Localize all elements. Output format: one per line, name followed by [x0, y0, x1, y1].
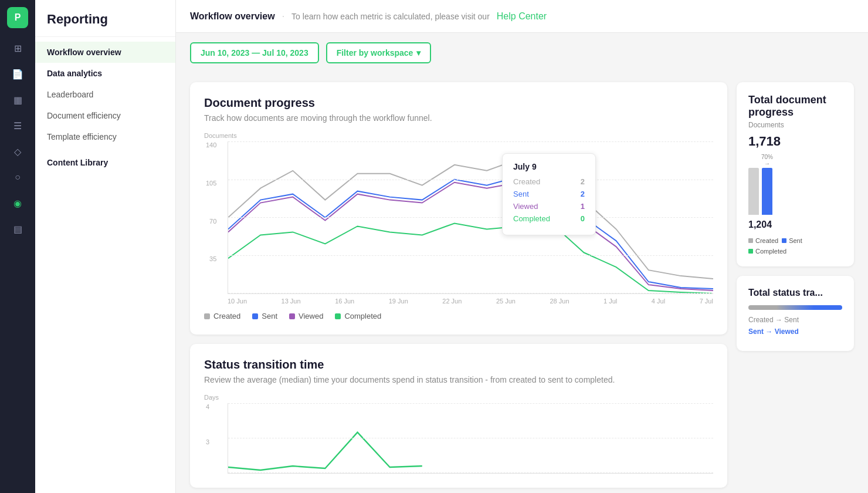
chevron-down-icon: ▾	[416, 48, 421, 58]
legend-dot-viewed	[289, 313, 295, 319]
grid-line	[228, 438, 713, 438]
chart-tooltip: July 9 Created 2 Sent 2 Viewed	[502, 153, 596, 235]
y-label-35: 35	[206, 255, 216, 262]
status-y-axis: 4 3	[206, 403, 209, 473]
status-transition-title: Status transition time	[204, 358, 713, 372]
grid-line	[228, 141, 713, 142]
total-status-card: Total status tra... Created → Sent Sent …	[737, 276, 854, 351]
legend-label-created: Created	[213, 312, 240, 320]
workspace-filter-label: Filter by workspace	[337, 48, 413, 58]
status-transition-subtitle: Review the average (median) time your do…	[204, 375, 713, 384]
content-area: Document progress Track how documents ar…	[176, 73, 868, 493]
tooltip-label-completed: Completed	[513, 214, 550, 223]
status-grid-lines	[228, 403, 713, 473]
template-icon[interactable]: ▦	[7, 89, 28, 110]
created-sent-label: Created → Sent	[748, 316, 842, 324]
bar-pct-70: 70%→	[761, 154, 773, 167]
sidebar-title: Reporting	[35, 0, 175, 37]
document-progress-chart-container: 140 105 70 35	[204, 141, 713, 305]
y-label-3: 3	[206, 438, 209, 445]
document-progress-subtitle: Track how documents are moving through t…	[204, 113, 713, 123]
sent-viewed-label[interactable]: Sent → Viewed	[748, 327, 842, 336]
legend-dot-created	[204, 313, 210, 319]
sidebar-item-template-efficiency[interactable]: Template efficiency	[35, 126, 175, 147]
tooltip-value-viewed: 1	[581, 202, 585, 211]
workspace-filter-button[interactable]: Filter by workspace ▾	[326, 42, 432, 63]
bar-group-created	[748, 167, 759, 215]
chart-y-label: Documents	[204, 132, 713, 139]
tooltip-label-created: Created	[513, 177, 540, 186]
x-label: 25 Jun	[496, 298, 516, 305]
sidebar-item-data-analytics[interactable]: Data analytics	[35, 63, 175, 84]
total-status-title: Total status tra...	[748, 288, 842, 298]
icon-bar: P ⊞ 📄 ▦ ☰ ◇ ○ ◉ ▤	[0, 0, 35, 493]
charts-column: Document progress Track how documents ar…	[190, 82, 727, 484]
total-doc-label: Documents	[748, 121, 842, 129]
help-center-link[interactable]: Help Center	[497, 11, 547, 22]
sidebar-nav: Workflow overview Data analytics Leaderb…	[35, 37, 175, 178]
status-progress-bar	[748, 305, 842, 310]
grid-line	[228, 217, 713, 218]
topbar: Workflow overview · To learn how each me…	[176, 0, 868, 33]
mini-dot-sent	[782, 238, 786, 243]
tooltip-date: July 9	[513, 162, 585, 171]
tooltip-label-sent: Sent	[513, 190, 529, 198]
tooltip-row-sent: Sent 2	[513, 190, 585, 198]
grid-lines	[228, 141, 713, 293]
y-label-105: 105	[206, 180, 216, 187]
status-transition-card: Status transition time Review the averag…	[190, 344, 727, 488]
mini-label-sent: Sent	[789, 237, 802, 244]
mini-bar-chart: 70%→	[748, 156, 842, 215]
doc-icon[interactable]: 📄	[7, 63, 28, 85]
topbar-title: Workflow overview	[190, 11, 275, 22]
slides-icon[interactable]: ▤	[7, 218, 28, 239]
mini-dot-created	[748, 238, 753, 243]
tooltip-row-viewed: Viewed 1	[513, 202, 585, 211]
chart-area: 140 105 70 35	[228, 141, 713, 294]
bar-group-sent: 70%→	[761, 154, 773, 215]
tag-icon[interactable]: ◇	[7, 141, 28, 162]
status-chart-area: 4 3	[228, 403, 713, 474]
chart-legend: Created Sent Viewed Completed	[204, 312, 713, 320]
mini-legend-sent: Sent	[782, 237, 802, 244]
grid-icon[interactable]: ⊞	[7, 38, 28, 59]
x-label: 22 Jun	[442, 298, 462, 305]
table-icon[interactable]: ☰	[7, 115, 28, 136]
y-label-70: 70	[206, 218, 216, 225]
mini-label-created: Created	[755, 237, 778, 244]
legend-item-sent: Sent	[252, 312, 277, 320]
x-label: 13 Jun	[282, 298, 301, 305]
mini-legend: Created Sent Completed	[748, 237, 842, 255]
x-label: 10 Jun	[228, 298, 247, 305]
logo-text: P	[15, 12, 21, 23]
sidebar-item-workflow-overview[interactable]: Workflow overview	[35, 42, 175, 63]
date-range-button[interactable]: Jun 10, 2023 — Jul 10, 2023	[190, 42, 319, 63]
legend-label-viewed: Viewed	[299, 312, 323, 320]
document-progress-title: Document progress	[204, 96, 713, 110]
sidebar-item-leaderboard[interactable]: Leaderboard	[35, 84, 175, 105]
y-label-4: 4	[206, 403, 209, 410]
app-logo[interactable]: P	[7, 7, 28, 28]
y-label-140: 140	[206, 141, 216, 148]
tooltip-value-completed: 0	[581, 214, 585, 223]
status-y-label: Days	[204, 394, 713, 401]
mini-legend-created: Created	[748, 237, 778, 244]
bar-created	[748, 168, 759, 215]
sidebar-item-content-library[interactable]: Content Library	[35, 152, 175, 173]
filters-bar: Jun 10, 2023 — Jul 10, 2023 Filter by wo…	[176, 33, 868, 73]
document-progress-card: Document progress Track how documents ar…	[190, 82, 727, 335]
bar-sent	[762, 168, 772, 215]
total-doc-title: Total documentprogress	[748, 94, 842, 119]
sidebar-item-document-efficiency[interactable]: Document efficiency	[35, 105, 175, 126]
legend-dot-completed	[335, 313, 341, 319]
x-label: 28 Jun	[550, 298, 569, 305]
grid-line	[228, 180, 713, 180]
grid-line	[228, 403, 713, 404]
bar-sent-value: 1,204	[748, 220, 842, 230]
user-icon[interactable]: ○	[7, 167, 28, 188]
mini-dot-completed	[748, 249, 753, 254]
chart-icon[interactable]: ◉	[7, 193, 28, 214]
mini-legend-completed: Completed	[748, 248, 786, 255]
sidebar: Reporting Workflow overview Data analyti…	[35, 0, 176, 493]
x-label: 16 Jun	[335, 298, 354, 305]
